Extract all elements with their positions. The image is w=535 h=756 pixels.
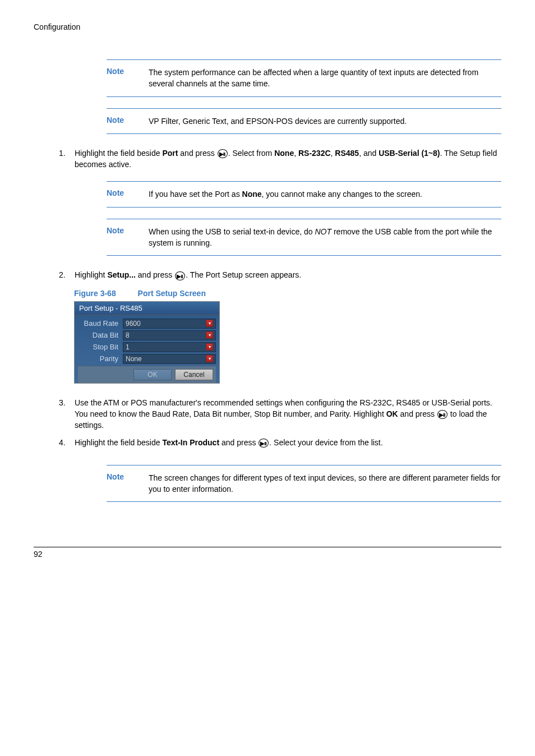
parity-row: Parity None ▾ [78,354,216,364]
baud-rate-row: Baud Rate 9600 ▾ [78,319,216,329]
baud-rate-label: Baud Rate [78,319,123,328]
step-2: 2. Highlight Setup... and press ▶ıı. The… [59,269,501,280]
cancel-button[interactable]: Cancel [175,369,213,380]
figure-caption: Figure 3-68 Port Setup Screen [74,289,501,298]
play-pause-icon: ▶ıı [437,410,448,419]
data-bit-label: Data Bit [78,331,123,339]
play-pause-icon: ▶ıı [259,439,269,448]
step-3: 3. Use the ATM or POS manufacturer's rec… [59,397,501,431]
step-number: 1. [59,147,75,170]
page-number: 92 [34,550,43,559]
dialog-body: Baud Rate 9600 ▾ Data Bit 8 ▾ Stop Bit 1… [75,315,219,383]
parity-select[interactable]: None ▾ [123,354,216,364]
note-block-1: Note The system performance can be affec… [107,59,501,97]
chevron-down-icon: ▾ [206,320,213,327]
figure-number: Figure 3-68 [74,289,116,298]
note-block-2: Note VP Filter, Generic Text, and EPSON-… [107,108,501,134]
note-label: Note [107,226,132,249]
step-number: 2. [59,269,75,280]
data-bit-select[interactable]: 8 ▾ [123,330,216,340]
step-text: Use the ATM or POS manufacturer's recomm… [75,397,501,431]
baud-rate-select[interactable]: 9600 ▾ [123,319,216,329]
figure-title: Port Setup Screen [138,289,206,298]
note-label: Note [107,116,132,127]
dialog-title-bar: Port Setup - RS485 [75,302,219,315]
note-label: Note [107,188,132,200]
step-text: Highlight Setup... and press ▶ıı. The Po… [75,269,501,280]
step-4: 4. Highlight the field beside Text-In Pr… [59,437,501,448]
page-footer: 92 [34,547,501,559]
note-text: If you have set the Port as None, you ca… [149,188,501,200]
parity-label: Parity [78,354,123,363]
stop-bit-label: Stop Bit [78,343,123,351]
port-setup-dialog: Port Setup - RS485 Baud Rate 9600 ▾ Data… [74,301,220,384]
data-bit-row: Data Bit 8 ▾ [78,330,216,340]
step-number: 4. [59,437,75,448]
step-1: 1. Highlight the field beside Port and p… [59,147,501,170]
chevron-down-icon: ▾ [206,343,213,351]
chevron-down-icon: ▾ [206,355,213,362]
ok-button[interactable]: OK [133,369,172,380]
stop-bit-select[interactable]: 1 ▾ [123,342,216,352]
note-text: The screen changes for different types o… [149,472,501,495]
baud-rate-value: 9600 [126,320,141,328]
stop-bit-value: 1 [126,343,130,351]
note-label: Note [107,472,132,495]
step-text: Highlight the field beside Text-In Produ… [75,437,501,448]
step-number: 3. [59,397,75,431]
dialog-button-row: OK Cancel [78,366,216,383]
page-header: Configuration [34,22,501,31]
note-text: When using the USB to serial text-in dev… [149,226,501,249]
note-text: VP Filter, Generic Text, and EPSON-POS d… [149,116,501,127]
note-block-4: Note When using the USB to serial text-i… [107,219,501,256]
parity-value: None [126,355,142,363]
data-bit-value: 8 [126,331,130,339]
chevron-down-icon: ▾ [206,331,213,339]
note-block-3: Note If you have set the Port as None, y… [107,181,501,207]
stop-bit-row: Stop Bit 1 ▾ [78,342,216,352]
note-text: The system performance can be affected w… [149,67,501,90]
note-block-5: Note The screen changes for different ty… [107,465,501,503]
note-label: Note [107,67,132,90]
play-pause-icon: ▶ıı [175,271,185,280]
step-text: Highlight the field beside Port and pres… [75,147,501,170]
play-pause-icon: ▶ıı [218,149,228,158]
